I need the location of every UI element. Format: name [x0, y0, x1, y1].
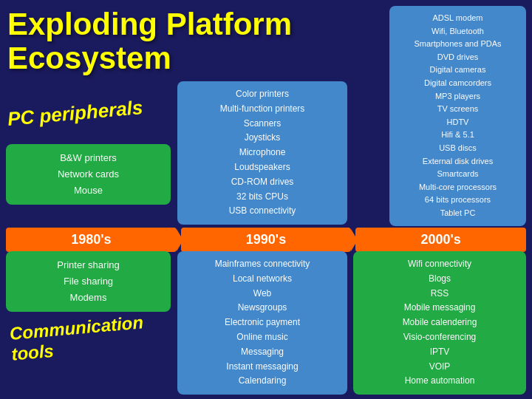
- pc-peripherals-label: PC peripherals: [7, 96, 144, 131]
- era-2000s-label: 2000's: [355, 228, 526, 252]
- box-2000s-connectivity: Wifi connectivityBlogsRSSMobile messagin…: [353, 251, 526, 395]
- box-1980s-hardware: B&W printersNetwork cardsMouse: [6, 144, 171, 205]
- box-1990s-network: Mainframes connectivityLocal networksWeb…: [177, 251, 347, 395]
- era-labels-row: 1980's 1990's 2000's: [6, 228, 526, 252]
- main-title: Exploding Platform Ecosystem: [7, 7, 292, 75]
- adsl-box: ADSL modemWifi, BluetoothSmartphones and…: [389, 6, 526, 226]
- box-1980s-sharing: Printer sharingFile sharingModems: [6, 251, 171, 312]
- communication-tools-label: Communication tools: [9, 312, 146, 364]
- box-1990s-peripherals: Color printersMulti-function printersSca…: [177, 81, 347, 225]
- era-1990s-label: 1990's: [181, 228, 352, 252]
- era-1980s-label: 1980's: [6, 228, 177, 252]
